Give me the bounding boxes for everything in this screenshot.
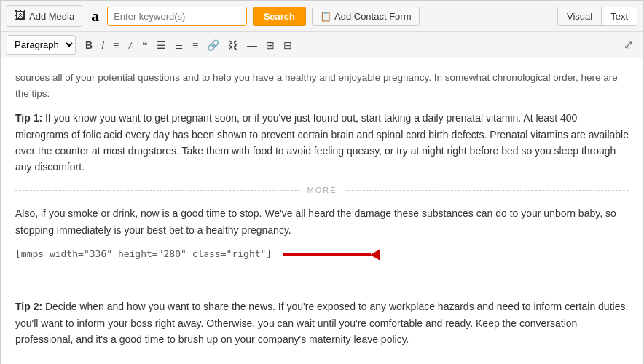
arrow-head [370,249,380,261]
align-center-button[interactable]: ≣ [171,37,187,53]
format-toolbar: Paragraph Heading 1 Heading 2 Heading 3 … [1,32,643,58]
search-button[interactable]: Search [253,7,306,26]
blank-spacer [15,274,629,290]
tip2-text: Decide when and how you want to share th… [15,301,628,345]
editor-wrapper: 🖼 Add Media a Search 📋 Add Contact Form … [0,0,644,364]
align-right-button[interactable]: ≡ [189,37,202,53]
unordered-list-button[interactable]: ≡ [109,37,122,53]
more-divider: MORE [15,184,629,197]
shortcode-line: [mmps width="336" height="280" class="ri… [15,247,629,262]
tip2-paragraph: Tip 2: Decide when and how you want to s… [15,298,629,347]
arrow-annotation [283,249,380,261]
content-area[interactable]: sources all of your potential questions … [1,58,643,364]
add-media-button[interactable]: 🖼 Add Media [7,5,82,27]
keyword-input[interactable] [107,7,246,26]
after-more-paragraph: Also, if you smoke or drink, now is a go… [15,205,629,238]
table-options-button[interactable]: ⊟ [280,37,296,53]
tip2-label: Tip 2: [15,301,42,312]
blockquote-button[interactable]: ❝ [138,37,152,53]
italic-button[interactable]: I [98,37,108,53]
shortcode-text: [mmps width="336" height="280" class="ri… [15,247,272,262]
add-contact-button[interactable]: 📋 Add Contact Form [312,7,420,26]
amazon-logo[interactable]: a [88,7,101,25]
tip1-label: Tip 1: [15,112,42,124]
intro-text: sources all of your potential questions … [15,72,618,99]
link-button[interactable]: 🔗 [203,37,223,53]
tip1-paragraph: Tip 1: If you know you want to get pregn… [15,110,629,175]
ordered-list-button[interactable]: ≠ [124,37,137,53]
text-tab[interactable]: Text [602,7,637,25]
visual-tab[interactable]: Visual [558,7,602,25]
arrow-line [283,253,371,256]
more-label: MORE [300,184,345,197]
add-contact-label: Add Contact Form [334,11,412,22]
add-media-label: Add Media [29,11,74,22]
add-media-icon: 🖼 [15,9,26,23]
table-button[interactable]: ⊞ [262,37,278,53]
expand-button[interactable]: ⤢ [619,36,637,53]
bold-button[interactable]: B [82,37,96,53]
visual-text-tab-group: Visual Text [557,7,637,26]
add-contact-icon: 📋 [320,11,331,22]
after-more-text: Also, if you smoke or drink, now is a go… [15,207,616,235]
top-toolbar: 🖼 Add Media a Search 📋 Add Contact Form … [1,1,643,32]
intro-paragraph: sources all of your potential questions … [15,70,629,101]
tip1-text: If you know you want to get pregnant soo… [15,112,629,173]
unlink-button[interactable]: ⛓ [224,37,242,53]
align-left-button[interactable]: ☰ [153,37,170,53]
horizontal-rule-button[interactable]: ― [243,37,261,53]
search-button-label: Search [264,11,295,22]
paragraph-select[interactable]: Paragraph Heading 1 Heading 2 Heading 3 [7,35,76,55]
